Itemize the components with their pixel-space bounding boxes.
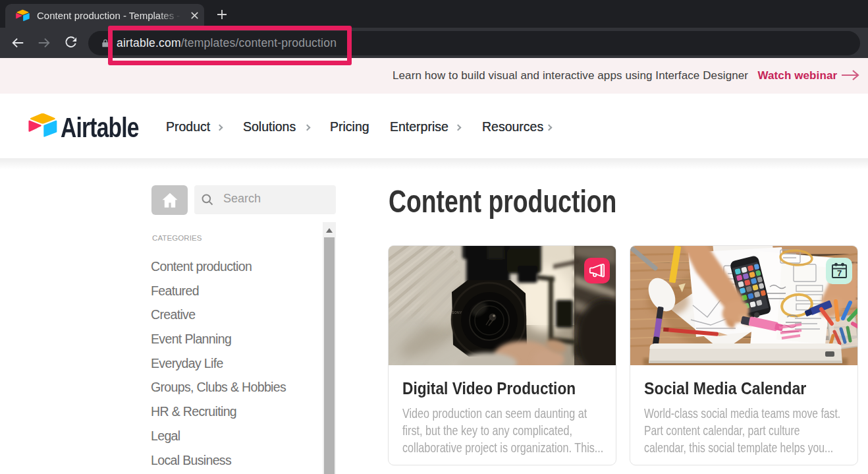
svg-text:SONY: SONY <box>452 311 462 314</box>
svg-text:7: 7 <box>837 268 842 278</box>
